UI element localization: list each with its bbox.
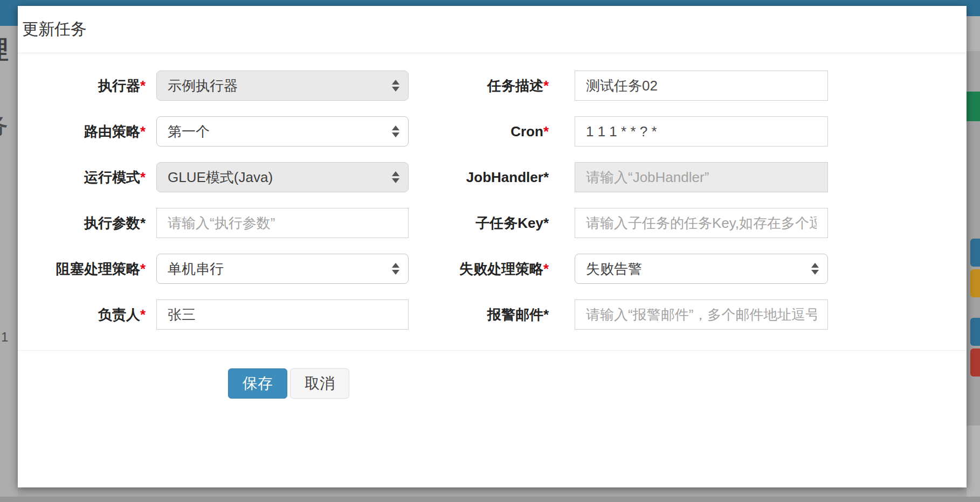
background-band — [967, 16, 980, 51]
background-band — [967, 426, 980, 502]
background-blue-button-fragment — [970, 318, 980, 346]
fail-strategy-select-value: 失败告警 — [586, 260, 642, 278]
background-blue-button-fragment — [970, 239, 980, 267]
author-input[interactable] — [156, 299, 409, 330]
glue-type-select[interactable]: GLUE模式(Java) — [156, 162, 409, 192]
select-arrows-icon — [392, 171, 399, 183]
update-task-modal: 更新任务 执行器* 示例执行器 任务描述* 路由策略* 第一个 — [18, 6, 967, 487]
background-right-edge — [967, 0, 980, 502]
block-strategy-label: 阻塞处理策略* — [18, 260, 146, 278]
required-marker: * — [140, 169, 146, 185]
modal-footer: 保存 取消 — [18, 368, 967, 399]
success-alert-fragment — [967, 92, 980, 121]
required-marker: * — [543, 123, 549, 140]
form-row: 负责人* 报警邮件* — [18, 299, 967, 330]
author-label: 负责人* — [18, 305, 146, 324]
child-jobkey-input[interactable] — [575, 208, 828, 238]
required-marker: * — [140, 123, 146, 140]
required-marker: * — [140, 78, 146, 94]
child-jobkey-label: 子任务Key* — [409, 214, 549, 233]
required-marker: * — [140, 261, 146, 277]
modal-body: 执行器* 示例执行器 任务描述* 路由策略* 第一个 Cron* — [18, 53, 967, 399]
form-row: 路由策略* 第一个 Cron* — [18, 116, 967, 147]
footer-divider — [18, 350, 967, 351]
background-number-fragment: 1 — [1, 330, 8, 345]
fail-strategy-label: 失败处理策略* — [409, 260, 549, 278]
modal-title: 更新任务 — [22, 18, 87, 40]
form-row: 运行模式* GLUE模式(Java) JobHandler* — [18, 162, 967, 192]
glue-type-select-value: GLUE模式(Java) — [168, 168, 273, 187]
cron-input[interactable] — [575, 116, 828, 147]
required-marker: * — [543, 169, 549, 185]
background-text-fragment: 务 — [0, 111, 8, 141]
required-marker: * — [543, 215, 549, 231]
route-strategy-label: 路由策略* — [18, 122, 146, 141]
page-header-fragment — [967, 0, 980, 16]
alarm-email-input[interactable] — [575, 299, 828, 330]
form-row: 阻塞处理策略* 单机串行 失败处理策略* 失败告警 — [18, 254, 967, 284]
exec-param-label: 执行参数* — [18, 214, 146, 233]
executor-select[interactable]: 示例执行器 — [156, 71, 409, 101]
required-marker: * — [543, 306, 549, 323]
required-marker: * — [543, 78, 549, 94]
page-header-corner — [0, 0, 18, 26]
job-handler-input[interactable] — [575, 162, 828, 192]
background-left-edge: 理 务 1 — [0, 0, 18, 502]
alarm-email-label: 报警邮件* — [409, 305, 549, 324]
job-desc-input[interactable] — [575, 71, 828, 101]
background-heading-fragment: 理 — [0, 33, 9, 67]
select-arrows-icon — [392, 80, 399, 92]
cron-label: Cron* — [409, 123, 549, 140]
executor-select-value: 示例执行器 — [168, 76, 238, 95]
modal-header: 更新任务 — [18, 6, 967, 53]
form-row: 执行参数* 子任务Key* — [18, 208, 967, 238]
cancel-button[interactable]: 取消 — [290, 368, 349, 399]
block-strategy-select-value: 单机串行 — [168, 260, 224, 278]
form-row: 执行器* 示例执行器 任务描述* — [18, 71, 967, 101]
route-strategy-select[interactable]: 第一个 — [156, 116, 409, 147]
job-desc-label: 任务描述* — [409, 76, 549, 95]
job-handler-label: JobHandler* — [409, 169, 549, 186]
background-bottom-edge — [0, 497, 980, 502]
select-arrows-icon — [392, 126, 399, 137]
background-band — [967, 51, 980, 92]
required-marker: * — [140, 306, 146, 323]
save-button[interactable]: 保存 — [228, 368, 287, 399]
exec-param-input[interactable] — [156, 208, 409, 238]
required-marker: * — [140, 215, 146, 231]
fail-strategy-select[interactable]: 失败告警 — [575, 254, 828, 284]
background-orange-button-fragment — [970, 269, 980, 297]
select-arrows-icon — [392, 263, 399, 275]
route-strategy-select-value: 第一个 — [168, 122, 210, 141]
glue-type-label: 运行模式* — [18, 168, 146, 187]
background-red-button-fragment — [970, 348, 980, 376]
executor-label: 执行器* — [18, 76, 146, 95]
required-marker: * — [543, 261, 549, 277]
block-strategy-select[interactable]: 单机串行 — [156, 254, 409, 284]
select-arrows-icon — [811, 263, 819, 275]
